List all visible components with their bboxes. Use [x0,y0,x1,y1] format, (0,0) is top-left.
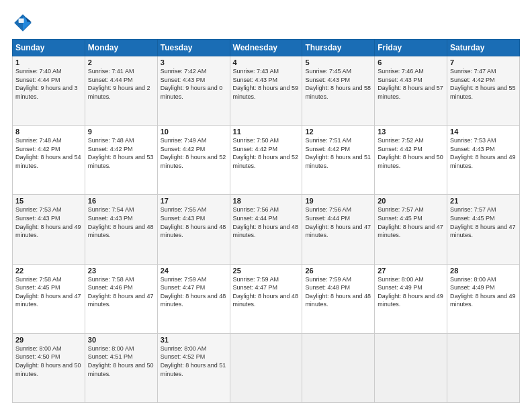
calendar-cell: 7Sunrise: 7:47 AMSunset: 4:42 PMDaylight… [447,56,520,126]
day-number: 3 [161,58,227,66]
calendar-cell: 23Sunrise: 7:58 AMSunset: 4:46 PMDayligh… [85,264,157,333]
day-number: 22 [15,267,82,275]
day-number: 16 [88,197,154,205]
day-number: 13 [378,128,444,136]
calendar-header-sunday: Sunday [13,40,85,56]
calendar-header-saturday: Saturday [447,40,520,56]
logo [12,12,36,34]
calendar-cell: 3Sunrise: 7:42 AMSunset: 4:43 PMDaylight… [157,56,230,126]
calendar-header-row: SundayMondayTuesdayWednesdayThursdayFrid… [13,40,520,56]
day-number: 30 [88,336,154,344]
calendar-header-thursday: Thursday [302,40,375,56]
day-detail: Sunrise: 7:57 AMSunset: 4:45 PMDaylight:… [450,205,517,239]
day-detail: Sunrise: 7:48 AMSunset: 4:42 PMDaylight:… [15,136,82,170]
calendar-cell: 22Sunrise: 7:58 AMSunset: 4:45 PMDayligh… [13,264,85,333]
calendar-cell: 19Sunrise: 7:56 AMSunset: 4:44 PMDayligh… [302,195,375,264]
calendar-week-row: 8Sunrise: 7:48 AMSunset: 4:42 PMDaylight… [13,126,520,195]
day-number: 8 [15,128,82,136]
day-detail: Sunrise: 8:00 AMSunset: 4:51 PMDaylight:… [88,345,154,378]
calendar-cell: 15Sunrise: 7:53 AMSunset: 4:43 PMDayligh… [13,195,85,264]
day-number: 11 [233,128,300,136]
day-number: 24 [161,267,227,275]
day-number: 29 [15,336,82,344]
day-number: 28 [450,267,517,275]
calendar-cell: 1Sunrise: 7:40 AMSunset: 4:44 PMDaylight… [13,56,85,126]
day-detail: Sunrise: 7:51 AMSunset: 4:42 PMDaylight:… [305,136,371,170]
calendar-cell [230,333,302,402]
calendar-cell: 4Sunrise: 7:43 AMSunset: 4:43 PMDaylight… [230,56,302,126]
svg-rect-2 [19,19,24,23]
calendar-cell: 14Sunrise: 7:53 AMSunset: 4:43 PMDayligh… [447,126,520,195]
calendar-cell: 24Sunrise: 7:59 AMSunset: 4:47 PMDayligh… [157,264,230,333]
calendar-week-row: 22Sunrise: 7:58 AMSunset: 4:45 PMDayligh… [13,264,520,333]
calendar-cell [375,333,447,402]
calendar-cell: 11Sunrise: 7:50 AMSunset: 4:42 PMDayligh… [230,126,302,195]
calendar-cell: 18Sunrise: 7:56 AMSunset: 4:44 PMDayligh… [230,195,302,264]
day-detail: Sunrise: 8:00 AMSunset: 4:49 PMDaylight:… [450,275,517,309]
calendar-cell: 25Sunrise: 7:59 AMSunset: 4:47 PMDayligh… [230,264,302,333]
day-detail: Sunrise: 7:46 AMSunset: 4:43 PMDaylight:… [378,67,444,101]
day-detail: Sunrise: 7:49 AMSunset: 4:42 PMDaylight:… [161,136,227,170]
day-number: 2 [88,58,154,66]
day-number: 14 [450,128,517,136]
day-number: 6 [378,58,444,66]
calendar-cell: 8Sunrise: 7:48 AMSunset: 4:42 PMDaylight… [13,126,85,195]
day-number: 5 [305,58,371,66]
calendar-table: SundayMondayTuesdayWednesdayThursdayFrid… [12,39,520,403]
page: SundayMondayTuesdayWednesdayThursdayFrid… [0,0,532,411]
day-number: 23 [88,267,154,275]
day-number: 7 [450,58,517,66]
calendar-cell: 9Sunrise: 7:48 AMSunset: 4:42 PMDaylight… [85,126,157,195]
day-detail: Sunrise: 7:58 AMSunset: 4:46 PMDaylight:… [88,275,154,309]
day-detail: Sunrise: 7:55 AMSunset: 4:43 PMDaylight:… [161,205,227,239]
day-number: 19 [305,197,371,205]
day-detail: Sunrise: 7:42 AMSunset: 4:43 PMDaylight:… [161,67,227,101]
calendar-cell: 26Sunrise: 7:59 AMSunset: 4:48 PMDayligh… [302,264,375,333]
day-detail: Sunrise: 7:52 AMSunset: 4:42 PMDaylight:… [378,136,444,170]
calendar-cell: 29Sunrise: 8:00 AMSunset: 4:50 PMDayligh… [13,333,85,402]
day-number: 15 [15,197,82,205]
calendar-cell: 13Sunrise: 7:52 AMSunset: 4:42 PMDayligh… [375,126,447,195]
day-detail: Sunrise: 7:43 AMSunset: 4:43 PMDaylight:… [233,67,300,101]
day-detail: Sunrise: 7:58 AMSunset: 4:45 PMDaylight:… [15,275,82,309]
calendar-week-row: 29Sunrise: 8:00 AMSunset: 4:50 PMDayligh… [13,333,520,402]
day-detail: Sunrise: 7:54 AMSunset: 4:43 PMDaylight:… [88,205,154,239]
calendar-cell: 20Sunrise: 7:57 AMSunset: 4:45 PMDayligh… [375,195,447,264]
day-number: 4 [233,58,300,66]
calendar-week-row: 1Sunrise: 7:40 AMSunset: 4:44 PMDaylight… [13,56,520,126]
calendar-cell: 21Sunrise: 7:57 AMSunset: 4:45 PMDayligh… [447,195,520,264]
day-number: 12 [305,128,371,136]
day-detail: Sunrise: 7:40 AMSunset: 4:44 PMDaylight:… [15,67,82,101]
day-detail: Sunrise: 7:56 AMSunset: 4:44 PMDaylight:… [233,205,300,239]
calendar-cell [447,333,520,402]
day-number: 25 [233,267,300,275]
day-number: 18 [233,197,300,205]
day-number: 26 [305,267,371,275]
day-detail: Sunrise: 7:53 AMSunset: 4:43 PMDaylight:… [450,136,517,170]
header [12,12,520,34]
day-detail: Sunrise: 7:59 AMSunset: 4:48 PMDaylight:… [305,275,371,309]
day-number: 1 [15,58,82,66]
day-number: 21 [450,197,517,205]
day-detail: Sunrise: 7:56 AMSunset: 4:44 PMDaylight:… [305,205,371,239]
calendar-body: 1Sunrise: 7:40 AMSunset: 4:44 PMDaylight… [13,56,520,403]
day-detail: Sunrise: 8:00 AMSunset: 4:50 PMDaylight:… [15,345,82,378]
day-detail: Sunrise: 7:53 AMSunset: 4:43 PMDaylight:… [15,205,82,239]
day-number: 27 [378,267,444,275]
calendar-cell: 27Sunrise: 8:00 AMSunset: 4:49 PMDayligh… [375,264,447,333]
day-number: 20 [378,197,444,205]
day-detail: Sunrise: 7:47 AMSunset: 4:42 PMDaylight:… [450,67,517,101]
day-detail: Sunrise: 7:50 AMSunset: 4:42 PMDaylight:… [233,136,300,170]
calendar-cell: 6Sunrise: 7:46 AMSunset: 4:43 PMDaylight… [375,56,447,126]
day-detail: Sunrise: 8:00 AMSunset: 4:49 PMDaylight:… [378,275,444,309]
calendar-header-friday: Friday [375,40,447,56]
calendar-cell: 5Sunrise: 7:45 AMSunset: 4:43 PMDaylight… [302,56,375,126]
day-detail: Sunrise: 8:00 AMSunset: 4:52 PMDaylight:… [161,345,227,378]
day-number: 9 [88,128,154,136]
calendar-cell: 28Sunrise: 8:00 AMSunset: 4:49 PMDayligh… [447,264,520,333]
day-number: 31 [161,336,227,344]
day-number: 10 [161,128,227,136]
day-detail: Sunrise: 7:59 AMSunset: 4:47 PMDaylight:… [233,275,300,309]
day-detail: Sunrise: 7:48 AMSunset: 4:42 PMDaylight:… [88,136,154,170]
calendar-header-wednesday: Wednesday [230,40,302,56]
